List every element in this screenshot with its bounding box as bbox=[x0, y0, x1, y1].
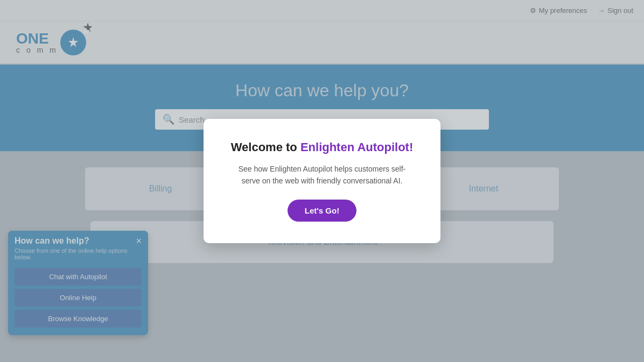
modal-title: Welcome to Enlighten Autopilot! bbox=[230, 140, 414, 154]
lets-go-button[interactable]: Let's Go! bbox=[288, 200, 356, 222]
modal-title-prefix: Welcome to bbox=[231, 140, 300, 154]
modal-description: See how Enlighten Autopilot helps custom… bbox=[230, 163, 414, 187]
modal-overlay: Welcome to Enlighten Autopilot! See how … bbox=[0, 0, 644, 362]
welcome-modal: Welcome to Enlighten Autopilot! See how … bbox=[204, 119, 440, 244]
modal-title-highlight: Enlighten Autopilot! bbox=[300, 140, 413, 154]
